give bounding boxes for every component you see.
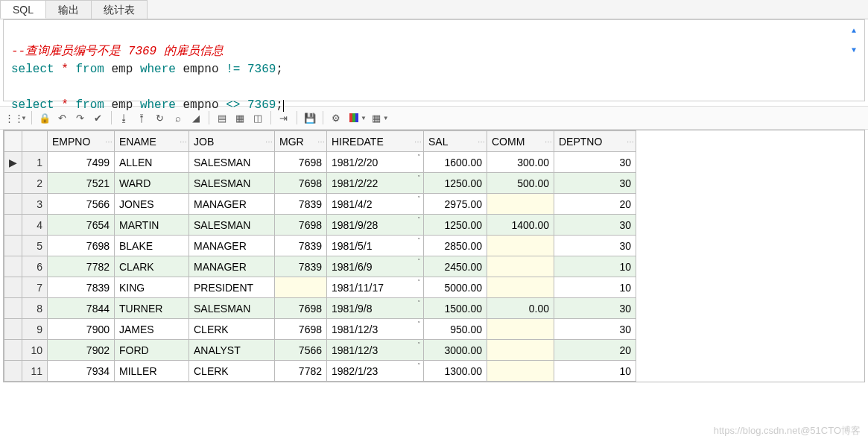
scroll-down-icon[interactable]: ▼ <box>848 44 860 56</box>
cell-empno[interactable]: 7654 <box>48 215 115 236</box>
cell-hiredate[interactable]: 1981/5/1 <box>327 236 424 256</box>
settings-icon[interactable]: ⚙ <box>328 110 344 126</box>
col-empno[interactable]: EMPNO⋯ <box>48 131 115 152</box>
cell-deptno[interactable]: 30 <box>554 152 636 173</box>
cell-deptno[interactable]: 20 <box>554 194 636 215</box>
cell-sal[interactable]: 950.00 <box>424 319 487 340</box>
cell-comm[interactable] <box>487 236 554 256</box>
col-sal[interactable]: SAL⋯ <box>424 131 487 152</box>
cell-comm[interactable] <box>487 340 554 361</box>
cell-hiredate[interactable]: 1981/9/8 <box>327 298 424 319</box>
cell-mgr[interactable]: 7566 <box>275 340 327 361</box>
cell-mgr[interactable]: 7698 <box>275 173 327 194</box>
cell-mgr[interactable]: 7839 <box>275 194 327 215</box>
tab-stats[interactable]: 统计表 <box>91 0 148 19</box>
cell-comm[interactable]: 1400.00 <box>487 215 554 236</box>
table-row[interactable]: 77839KINGPRESIDENT1981/11/175000.0010 <box>4 277 636 298</box>
cell-comm[interactable] <box>487 256 554 277</box>
cell-empno[interactable]: 7934 <box>48 361 115 382</box>
table-row[interactable]: ▶17499ALLENSALESMAN76981981/2/201600.003… <box>4 152 636 173</box>
cell-hiredate[interactable]: 1981/2/20 <box>327 152 424 173</box>
grid-options-icon[interactable]: ▦ <box>368 110 384 126</box>
cell-job[interactable]: SALESMAN <box>189 173 275 194</box>
cell-empno[interactable]: 7839 <box>48 277 115 298</box>
table-row[interactable]: 107902FORDANALYST75661981/12/33000.0020 <box>4 340 636 361</box>
results-grid-wrap[interactable]: EMPNO⋯ ENAME⋯ JOB⋯ MGR⋯ HIREDATE⋯ SAL⋯ C… <box>3 130 865 382</box>
cell-deptno[interactable]: 10 <box>554 256 636 277</box>
cell-job[interactable]: MANAGER <box>189 256 275 277</box>
cell-ename[interactable]: KING <box>115 277 189 298</box>
col-comm[interactable]: COMM⋯ <box>487 131 554 152</box>
cell-empno[interactable]: 7499 <box>48 152 115 173</box>
cell-deptno[interactable]: 30 <box>554 236 636 256</box>
cell-deptno[interactable]: 10 <box>554 277 636 298</box>
col-mgr[interactable]: MGR⋯ <box>275 131 327 152</box>
col-ename[interactable]: ENAME⋯ <box>115 131 189 152</box>
cell-sal[interactable]: 1250.00 <box>424 215 487 236</box>
cell-hiredate[interactable]: 1981/6/9 <box>327 256 424 277</box>
cell-job[interactable]: SALESMAN <box>189 152 275 173</box>
cell-ename[interactable]: CLARK <box>115 256 189 277</box>
cell-sal[interactable]: 3000.00 <box>424 340 487 361</box>
cell-sal[interactable]: 1500.00 <box>424 298 487 319</box>
table-row[interactable]: 27521WARDSALESMAN76981981/2/221250.00500… <box>4 173 636 194</box>
cell-empno[interactable]: 7902 <box>48 340 115 361</box>
cell-sal[interactable]: 1300.00 <box>424 361 487 382</box>
col-deptno[interactable]: DEPTNO⋯ <box>554 131 636 152</box>
dropdown-icon[interactable]: ▼ <box>383 115 389 121</box>
table-row[interactable]: 67782CLARKMANAGER78391981/6/92450.0010 <box>4 256 636 277</box>
cell-deptno[interactable]: 30 <box>554 298 636 319</box>
save-icon[interactable]: 💾 <box>302 110 318 126</box>
cell-job[interactable]: MANAGER <box>189 194 275 215</box>
cell-ename[interactable]: FORD <box>115 340 189 361</box>
cell-sal[interactable]: 1250.00 <box>424 173 487 194</box>
cell-mgr[interactable] <box>275 277 327 298</box>
cell-job[interactable]: MANAGER <box>189 236 275 256</box>
cell-mgr[interactable]: 7698 <box>275 298 327 319</box>
cell-comm[interactable] <box>487 194 554 215</box>
table-row[interactable]: 97900JAMESCLERK76981981/12/3950.0030 <box>4 319 636 340</box>
cell-sal[interactable]: 5000.00 <box>424 277 487 298</box>
cell-ename[interactable]: ALLEN <box>115 152 189 173</box>
cell-job[interactable]: PRESIDENT <box>189 277 275 298</box>
cell-job[interactable]: ANALYST <box>189 340 275 361</box>
scroll-up-icon[interactable]: ▲ <box>848 25 860 37</box>
cell-empno[interactable]: 7782 <box>48 256 115 277</box>
cell-empno[interactable]: 7566 <box>48 194 115 215</box>
cell-hiredate[interactable]: 1981/11/17 <box>327 277 424 298</box>
cell-ename[interactable]: JAMES <box>115 319 189 340</box>
sql-editor[interactable]: --查询雇员编号不是 7369 的雇员信息 select * from emp … <box>3 19 865 101</box>
cell-mgr[interactable]: 7698 <box>275 215 327 236</box>
cell-sal[interactable]: 2975.00 <box>424 194 487 215</box>
table-row[interactable]: 87844TURNERSALESMAN76981981/9/81500.000.… <box>4 298 636 319</box>
cell-deptno[interactable]: 20 <box>554 340 636 361</box>
cell-comm[interactable] <box>487 319 554 340</box>
chart-icon[interactable] <box>346 110 362 126</box>
col-job[interactable]: JOB⋯ <box>189 131 275 152</box>
table-row[interactable]: 117934MILLERCLERK77821982/1/231300.0010 <box>4 361 636 382</box>
cell-comm[interactable]: 300.00 <box>487 152 554 173</box>
cell-job[interactable]: SALESMAN <box>189 215 275 236</box>
cell-ename[interactable]: MILLER <box>115 361 189 382</box>
cell-job[interactable]: CLERK <box>189 319 275 340</box>
cell-sal[interactable]: 2850.00 <box>424 236 487 256</box>
cell-ename[interactable]: MARTIN <box>115 215 189 236</box>
cell-ename[interactable]: JONES <box>115 194 189 215</box>
dropdown-icon[interactable]: ▼ <box>361 115 367 121</box>
cell-mgr[interactable]: 7839 <box>275 256 327 277</box>
cell-job[interactable]: CLERK <box>189 361 275 382</box>
table-row[interactable]: 37566JONESMANAGER78391981/4/22975.0020 <box>4 194 636 215</box>
cell-mgr[interactable]: 7839 <box>275 236 327 256</box>
table-row[interactable]: 47654MARTINSALESMAN76981981/9/281250.001… <box>4 215 636 236</box>
table-row[interactable]: 57698BLAKEMANAGER78391981/5/12850.0030 <box>4 236 636 256</box>
cell-ename[interactable]: BLAKE <box>115 236 189 256</box>
cell-hiredate[interactable]: 1981/12/3 <box>327 319 424 340</box>
cell-empno[interactable]: 7900 <box>48 319 115 340</box>
cell-sal[interactable]: 2450.00 <box>424 256 487 277</box>
cell-hiredate[interactable]: 1981/2/22 <box>327 173 424 194</box>
cell-hiredate[interactable]: 1981/4/2 <box>327 194 424 215</box>
cell-comm[interactable]: 0.00 <box>487 298 554 319</box>
cell-job[interactable]: SALESMAN <box>189 298 275 319</box>
col-hiredate[interactable]: HIREDATE⋯ <box>327 131 424 152</box>
cell-ename[interactable]: TURNER <box>115 298 189 319</box>
